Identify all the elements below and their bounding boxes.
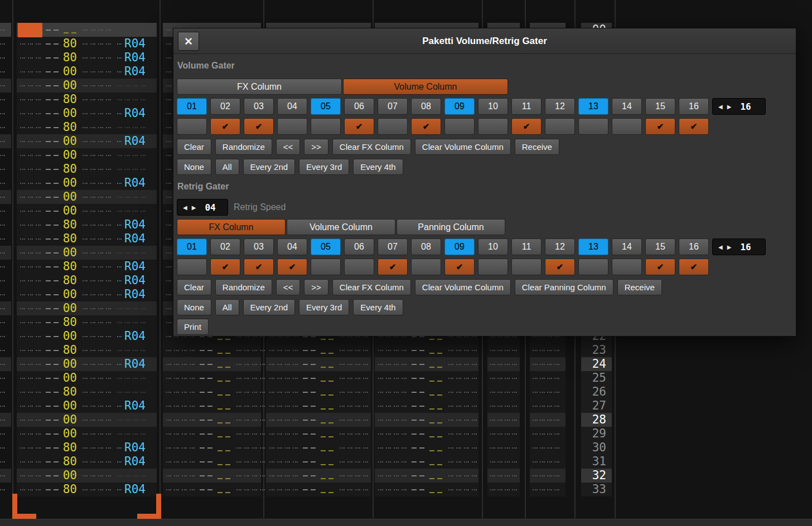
pattern-row[interactable]: 00R04 — [17, 176, 157, 190]
vol-step-16[interactable]: 16 — [679, 98, 709, 115]
pattern-row[interactable] — [266, 357, 371, 371]
retrig-step-06[interactable]: 06 — [344, 238, 374, 255]
retrig-check-06[interactable] — [344, 259, 374, 275]
pattern-row[interactable]: 00 — [17, 301, 157, 315]
retrig-action-randomize[interactable]: Randomize — [215, 279, 272, 295]
pattern-row[interactable] — [487, 413, 520, 427]
volume-value[interactable]: 00 — [61, 148, 77, 162]
retrig-action-clear-volume-column[interactable]: Clear Volume Column — [415, 279, 511, 295]
volume-value[interactable]: 00 — [61, 427, 77, 441]
pattern-row[interactable] — [487, 483, 520, 496]
pattern-row[interactable] — [0, 483, 11, 496]
retrig-step-11[interactable]: 11 — [511, 238, 542, 255]
pattern-row[interactable] — [266, 343, 371, 357]
pattern-row[interactable] — [266, 455, 371, 469]
retrig-step-15[interactable]: 15 — [645, 238, 675, 255]
effect-command[interactable]: R04 — [124, 455, 146, 469]
vol-check-06[interactable]: ✔ — [344, 118, 374, 135]
retrig-step-10[interactable]: 10 — [478, 238, 508, 255]
pattern-row[interactable]: 80 — [17, 92, 157, 106]
pattern-row[interactable] — [163, 385, 261, 399]
retrig-check-15[interactable]: ✔ — [645, 259, 675, 275]
pattern-row[interactable] — [530, 385, 566, 399]
volume-value[interactable]: 80 — [61, 274, 77, 288]
pattern-row[interactable] — [0, 134, 11, 148]
pattern-row[interactable]: 00 — [17, 190, 157, 204]
vol-step-11[interactable]: 11 — [511, 98, 542, 115]
vol-action-receive[interactable]: Receive — [515, 139, 559, 155]
vol-check-04[interactable] — [277, 118, 307, 135]
pattern-row[interactable]: 80 — [17, 315, 157, 329]
pattern-row[interactable]: 80R04 — [17, 260, 157, 274]
vol-step-10[interactable]: 10 — [478, 98, 508, 115]
vol-check-02[interactable]: ✔ — [210, 118, 240, 135]
volume-value[interactable]: 00 — [61, 469, 77, 483]
pattern-row[interactable] — [375, 399, 478, 413]
pattern-row[interactable]: 80 — [17, 120, 157, 134]
pattern-row[interactable] — [530, 455, 566, 469]
effect-command[interactable]: R04 — [124, 37, 146, 51]
vol-step-05[interactable]: 05 — [311, 98, 341, 115]
effect-command[interactable]: R04 — [124, 51, 146, 65]
pattern-row[interactable] — [530, 413, 566, 427]
pattern-row[interactable] — [487, 427, 520, 441]
pattern-row[interactable] — [487, 343, 520, 357]
pattern-row[interactable] — [0, 455, 11, 469]
pattern-row[interactable] — [0, 329, 11, 343]
pattern-row[interactable] — [163, 469, 261, 483]
effect-command[interactable]: R04 — [124, 399, 146, 413]
pattern-row[interactable] — [0, 120, 11, 134]
vol-select-none[interactable]: None — [177, 159, 211, 175]
pattern-row[interactable] — [0, 385, 11, 399]
volume-value[interactable]: 00 — [61, 371, 77, 385]
stepper-increment-icon[interactable]: ▶ — [727, 104, 732, 110]
pattern-row[interactable] — [487, 357, 520, 371]
vol-action-clear[interactable]: Clear — [177, 139, 211, 155]
vol-select-every-3rd[interactable]: Every 3rd — [299, 159, 349, 175]
pattern-row[interactable]: 80 — [17, 343, 157, 357]
pattern-row[interactable] — [375, 455, 478, 469]
vol-step-14[interactable]: 14 — [612, 98, 642, 115]
volume-value[interactable]: 80 — [61, 343, 77, 357]
pattern-row[interactable] — [530, 357, 566, 371]
vol-step-03[interactable]: 03 — [244, 98, 274, 115]
stepper-decrement-icon[interactable]: ◀ — [718, 244, 723, 250]
retrig-select-every-2nd[interactable]: Every 2nd — [243, 299, 296, 315]
pattern-row[interactable] — [266, 483, 371, 496]
retrig-check-07[interactable]: ✔ — [378, 259, 408, 275]
effect-command[interactable]: R04 — [124, 232, 146, 246]
close-button[interactable]: ✕ — [178, 32, 199, 51]
effect-command[interactable]: R04 — [124, 274, 146, 288]
vol-check-13[interactable] — [578, 118, 608, 135]
pattern-row[interactable] — [375, 441, 478, 455]
pattern-row[interactable]: 80R04 — [17, 37, 157, 51]
line-number[interactable]: 30 — [581, 441, 612, 455]
line-number[interactable]: 27 — [581, 399, 612, 413]
pattern-row[interactable]: 00 — [17, 204, 157, 218]
volume-value[interactable]: 80 — [61, 455, 77, 469]
pattern-row[interactable]: 00 — [17, 413, 157, 427]
retrig-step-08[interactable]: 08 — [411, 238, 441, 255]
pattern-row[interactable] — [530, 371, 566, 385]
pattern-row[interactable]: 80R04 — [17, 232, 157, 246]
vol-check-01[interactable] — [177, 118, 207, 135]
pattern-row[interactable] — [0, 427, 11, 441]
volume-value[interactable]: 80 — [61, 260, 77, 274]
retrig-check-09[interactable]: ✔ — [444, 259, 475, 275]
line-number[interactable]: 26 — [581, 385, 612, 399]
retrig-action-btn[interactable]: >> — [304, 279, 328, 295]
effect-command[interactable]: R04 — [124, 134, 146, 148]
vol-check-12[interactable] — [545, 118, 575, 135]
retrig-action-clear-fx-column[interactable]: Clear FX Column — [332, 279, 411, 295]
line-number[interactable]: 29 — [581, 427, 612, 441]
print-button[interactable]: Print — [177, 319, 209, 335]
vol-action-clear-volume-column[interactable]: Clear Volume Column — [415, 139, 511, 155]
pattern-row[interactable] — [163, 427, 261, 441]
volume-value[interactable]: 80 — [61, 315, 77, 329]
retrig-column-panning-column[interactable]: Panning Column — [397, 219, 505, 235]
retrig-step-13[interactable]: 13 — [578, 238, 608, 255]
vol-select-every-2nd[interactable]: Every 2nd — [243, 159, 296, 175]
retrig-step-14[interactable]: 14 — [612, 238, 642, 255]
line-number[interactable]: 28 — [581, 413, 612, 427]
pattern-row[interactable] — [17, 23, 157, 37]
